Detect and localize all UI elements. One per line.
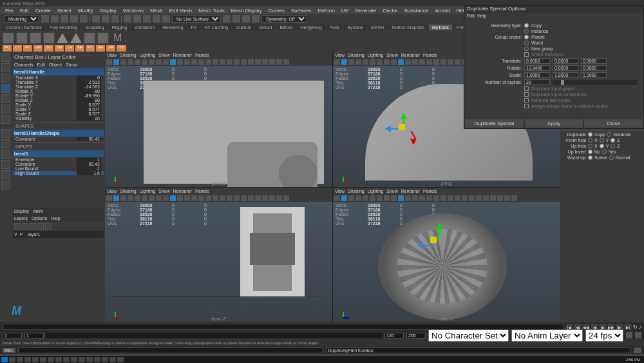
two-pane-h-icon[interactable] (1, 150, 10, 159)
vp-tool-icon[interactable] (334, 59, 340, 65)
render-settings-icon[interactable] (252, 15, 260, 23)
app-icon10[interactable] (117, 357, 124, 362)
autokey-icon[interactable] (626, 332, 632, 338)
vp-tool-icon[interactable] (419, 59, 425, 65)
attr-value[interactable]: -14.583 (77, 84, 101, 89)
range-slider[interactable] (46, 333, 382, 338)
vp-menu-view[interactable]: View (335, 189, 345, 193)
vp-tool-icon[interactable] (227, 59, 232, 65)
attr-value[interactable]: 0.577 (77, 107, 101, 112)
vp-tool-icon[interactable] (205, 59, 211, 65)
ua-x-radio[interactable] (588, 144, 592, 148)
vp-tool-icon[interactable] (440, 59, 446, 65)
shelf-pyramid-icon[interactable] (57, 33, 68, 43)
vp-tool-icon[interactable] (355, 59, 361, 65)
layer-row[interactable]: VP layer1 (13, 231, 104, 238)
browser-icon[interactable] (40, 357, 46, 362)
close-button[interactable]: Close (583, 119, 643, 128)
vp-menu-view[interactable]: View (335, 53, 345, 57)
menu-mesh[interactable]: Mesh (150, 8, 163, 14)
ui-yes-radio[interactable] (602, 150, 607, 154)
play-start-field[interactable] (24, 333, 44, 338)
snap-plane-icon[interactable] (153, 15, 160, 23)
tz-field[interactable] (581, 58, 607, 64)
vp-tool-icon[interactable] (384, 59, 390, 65)
ua-z-radio[interactable] (611, 144, 615, 148)
ty-field[interactable] (553, 58, 578, 64)
app-icon9[interactable] (109, 357, 116, 362)
rz-field[interactable] (581, 65, 607, 71)
attr-value[interactable]: on (77, 116, 101, 121)
attr-value[interactable]: 0 (77, 75, 101, 80)
vp-menu-view[interactable]: View (107, 189, 117, 193)
vp-tool-icon[interactable] (149, 195, 155, 201)
ipr-render-icon[interactable] (242, 15, 250, 23)
vp-menu-show[interactable]: Show (158, 53, 170, 57)
vp-tool-icon[interactable] (283, 195, 289, 201)
vp-menu-shading[interactable]: Shading (348, 53, 365, 57)
app-icon5[interactable] (79, 357, 85, 362)
geo-copy-radio[interactable] (524, 23, 529, 28)
viewport-front[interactable]: ViewShadingLightingShowRendererPanels Ve… (105, 188, 332, 323)
dup-graph-check[interactable] (524, 86, 529, 91)
shape-node-name[interactable]: bend1HandleShape (13, 130, 104, 137)
wu-scene-radio[interactable] (588, 155, 592, 160)
shelf-cube6-icon[interactable] (97, 32, 109, 44)
layer-menu-layers[interactable]: Layers (14, 216, 28, 221)
attr-value[interactable]: 0.577 (77, 103, 101, 107)
status-sn[interactable]: SN (55, 45, 64, 52)
attr-value[interactable]: 2.533 (77, 80, 101, 84)
paint-select-icon[interactable] (111, 15, 119, 23)
shelf-cube5-icon[interactable] (84, 32, 95, 44)
shelf-cube-icon[interactable] (3, 32, 14, 44)
menu-select[interactable]: Select (57, 8, 71, 14)
attr-value[interactable]: -90 (77, 89, 101, 93)
fa-y-radio[interactable] (600, 138, 604, 142)
anim-layer-dropdown[interactable]: No Anim Layer (511, 329, 583, 342)
menu-deform[interactable]: Deform (318, 8, 335, 14)
go-end-button[interactable]: ▶| (624, 324, 632, 330)
menu-file[interactable]: File (5, 8, 14, 14)
clock[interactable]: 2:56 PM (623, 358, 643, 362)
vp-tool-icon[interactable] (106, 195, 112, 201)
vp-tool-icon[interactable] (106, 59, 112, 65)
menu-arnold[interactable]: Arnold (435, 8, 450, 14)
ua-y-radio[interactable] (600, 144, 604, 148)
two-pane-v-icon[interactable] (1, 160, 10, 169)
vp-tool-icon[interactable] (433, 195, 439, 201)
grp-world-radio[interactable] (524, 41, 529, 45)
vp-menu-lighting[interactable]: Lighting (140, 189, 156, 193)
attr-value[interactable]: 50.42 (77, 162, 101, 166)
new-scene-icon[interactable] (41, 15, 49, 23)
cb-tab-object[interactable]: Object (49, 63, 62, 67)
fps-dropdown[interactable]: 24 fps (585, 329, 623, 342)
select-tool[interactable] (1, 53, 10, 62)
single-pane-icon[interactable] (1, 129, 10, 138)
attr-value[interactable]: -89.996 (77, 93, 101, 98)
vp-tool-icon[interactable] (448, 195, 453, 201)
shelf-tab-rendering[interactable]: Rendering (159, 25, 186, 30)
shelf-tab-mytools[interactable]: MyTools (429, 25, 452, 30)
vp-tool-icon[interactable] (113, 59, 119, 65)
fa-x-radio[interactable] (588, 138, 592, 142)
status-ft[interactable]: FT (23, 45, 32, 52)
menu-display[interactable]: Display (100, 8, 117, 14)
vp-tool-icon[interactable] (341, 195, 347, 201)
layer-menu-help[interactable]: Help (51, 216, 60, 221)
inst-leaf-check[interactable] (524, 98, 529, 103)
shelf-cube4-icon[interactable] (43, 32, 55, 44)
vp-tool-icon[interactable] (462, 195, 468, 201)
vp-tool-icon[interactable] (283, 59, 289, 65)
vp-tool-icon[interactable] (184, 195, 190, 201)
command-input[interactable] (18, 348, 323, 353)
layer-icon4[interactable] (37, 223, 44, 230)
vp-tool-icon[interactable] (405, 59, 411, 65)
shelf-tab-sculpting[interactable]: Sculpting (82, 25, 108, 30)
vp-tool-icon[interactable] (205, 195, 211, 201)
shelf-tab-motion-graphics[interactable]: Motion Graphics (388, 25, 428, 30)
shelf-tab-mash[interactable]: MASH (368, 25, 387, 30)
menu-edit[interactable]: Edit (20, 8, 29, 14)
vp-tool-icon[interactable] (384, 195, 390, 201)
attr-value[interactable]: 50.42 (77, 137, 101, 141)
ry-field[interactable] (553, 65, 578, 71)
